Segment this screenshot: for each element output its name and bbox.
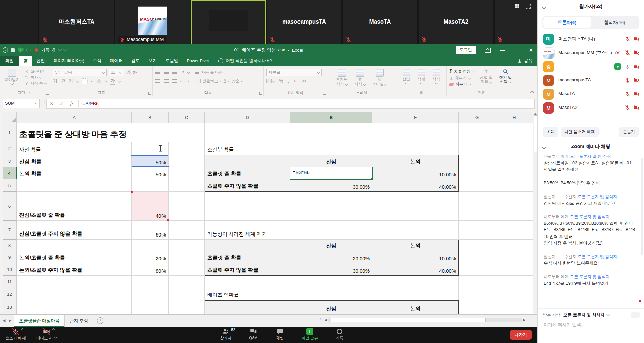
- cell-H6[interactable]: [496, 192, 533, 221]
- add-sheet-button[interactable]: +: [93, 315, 107, 327]
- video-off-icon[interactable]: [634, 50, 639, 55]
- cell-B12[interactable]: [132, 288, 169, 300]
- align-center-icon[interactable]: [164, 79, 169, 83]
- row-header-13[interactable]: 13: [3, 300, 17, 314]
- chat-scrollbar[interactable]: [641, 158, 643, 255]
- row-header-7[interactable]: 7: [3, 221, 17, 240]
- save-icon[interactable]: [11, 48, 15, 52]
- cell-B13[interactable]: [132, 300, 169, 314]
- cell-A10[interactable]: 논외/초콜릿 주지 않을 확률: [17, 263, 132, 276]
- column-header-A[interactable]: A: [17, 112, 132, 123]
- dialog-launcher-icon[interactable]: [323, 92, 326, 95]
- font-color-dropdown-icon[interactable]: [118, 79, 121, 82]
- cell-D6[interactable]: [205, 192, 290, 221]
- cut-button[interactable]: 잘라내기: [24, 69, 47, 74]
- tellme-box[interactable]: 어떤 작업을 원하시나요?: [218, 56, 272, 66]
- row-header-9[interactable]: 9: [3, 251, 17, 263]
- row-header-4[interactable]: 4: [3, 167, 17, 179]
- fill-dropdown-icon[interactable]: [104, 79, 108, 82]
- sheet-nav-arrows[interactable]: ◀▶: [0, 315, 14, 327]
- tab-page-layout[interactable]: 페이지 레이아웃: [49, 56, 89, 66]
- row-header-1[interactable]: 1: [3, 123, 17, 142]
- cell-B3[interactable]: 50%: [132, 155, 169, 167]
- video-tile-4[interactable]: masocampusTA: [267, 0, 341, 44]
- tab-formulas[interactable]: 수식: [88, 56, 105, 66]
- minimize-button[interactable]: —: [499, 47, 505, 53]
- sheet-tab-active[interactable]: 초콜릿을준 대상마음: [14, 315, 65, 327]
- sheet-tab-2[interactable]: 단지 추정: [65, 315, 93, 327]
- insert-cells-button[interactable]: 삽입: [401, 68, 412, 85]
- decrease-indent-icon[interactable]: ⇤: [180, 79, 183, 83]
- cell-G7[interactable]: [459, 221, 496, 240]
- scroll-up-icon[interactable]: [534, 113, 537, 115]
- participant-row[interactable]: 마 마소캠퍼스TA (나): [538, 32, 644, 46]
- percent-style-button[interactable]: %: [279, 78, 283, 84]
- cell-B8[interactable]: [132, 240, 169, 251]
- align-top-icon[interactable]: [155, 71, 160, 74]
- cell-H8[interactable]: [496, 240, 533, 251]
- video-off-icon[interactable]: [634, 36, 639, 42]
- cell-A2[interactable]: 사전 확률: [17, 142, 132, 155]
- cell-F1[interactable]: [372, 123, 459, 142]
- mic-options-chevron-icon[interactable]: [21, 328, 24, 332]
- vertical-scrollbar[interactable]: [533, 112, 537, 314]
- cell-C6[interactable]: [169, 192, 205, 221]
- borders-dropdown-icon[interactable]: [91, 79, 94, 82]
- borders-icon[interactable]: [82, 78, 88, 84]
- cell-D5[interactable]: 초콜릿 주지 않을 확률: [205, 179, 290, 192]
- dialog-launcher-icon[interactable]: [46, 92, 49, 95]
- chat-button[interactable]: 채팅: [276, 328, 284, 341]
- tab-power-pivot[interactable]: Power Pivot: [182, 56, 214, 66]
- tab-scroll-split-handle[interactable]: ⋮: [318, 317, 322, 322]
- cell-B4[interactable]: 50%: [132, 167, 169, 179]
- quick-access-chevron-icon[interactable]: [63, 48, 67, 51]
- cell-C5[interactable]: [169, 179, 205, 192]
- cell-F6[interactable]: [372, 192, 459, 221]
- cell-A1[interactable]: 초콜릿을 준 상대방 마음 추정: [17, 123, 205, 142]
- participants-button[interactable]: 52 참가자: [220, 328, 232, 341]
- tab-home[interactable]: 홈: [19, 56, 32, 66]
- underline-button[interactable]: 가: [68, 78, 73, 84]
- format-cells-button[interactable]: 서식: [431, 68, 442, 85]
- fill-color-icon[interactable]: [97, 79, 101, 83]
- cell-E10[interactable]: 30.00%: [290, 263, 372, 276]
- row-header-6[interactable]: 6: [3, 192, 17, 221]
- cell-G5[interactable]: [459, 179, 496, 192]
- cell-G11[interactable]: [459, 276, 496, 288]
- muted-mic-icon[interactable]: [625, 77, 630, 83]
- cell-E11[interactable]: [290, 276, 372, 288]
- video-off-icon[interactable]: [634, 77, 639, 83]
- italic-button[interactable]: 가: [61, 78, 65, 84]
- column-header-C[interactable]: C: [169, 112, 205, 123]
- collapse-ribbon-icon[interactable]: [530, 91, 534, 95]
- cell-styles-button[interactable]: 셀스타일: [371, 68, 389, 87]
- qa-button[interactable]: Q&A: [249, 328, 257, 340]
- cell-A12[interactable]: [17, 288, 132, 300]
- tab-help[interactable]: 도움말: [161, 56, 183, 66]
- wrap-text-button[interactable]: 자동 줄 바꿈: [195, 70, 223, 75]
- cell-F3[interactable]: 논외: [372, 155, 459, 167]
- cell-E2[interactable]: [290, 142, 372, 155]
- video-tile-2[interactable]: MASO CAMPUS Masocampus MM: [115, 0, 190, 44]
- cell-B7[interactable]: 60%: [132, 221, 169, 240]
- muted-mic-icon[interactable]: [625, 105, 630, 111]
- cell-G9[interactable]: [459, 251, 496, 263]
- comma-style-button[interactable]: ,: [287, 78, 289, 84]
- share-button[interactable]: 공유: [517, 56, 533, 66]
- row-header-11[interactable]: 11: [3, 276, 17, 288]
- cell-C7[interactable]: [169, 221, 205, 240]
- column-header-G[interactable]: G: [459, 112, 496, 123]
- orientation-icon[interactable]: ⇗: [181, 70, 184, 75]
- font-color-button[interactable]: 가: [110, 78, 115, 85]
- muted-mic-icon[interactable]: [625, 50, 630, 55]
- cell-C10[interactable]: [169, 263, 205, 276]
- cell-B5[interactable]: [132, 179, 169, 192]
- enter-icon[interactable]: ✓: [57, 101, 67, 106]
- insert-function-icon[interactable]: fx: [67, 101, 77, 106]
- cell-D1[interactable]: [205, 123, 290, 142]
- delete-cells-button[interactable]: 삭제: [416, 68, 427, 85]
- unmute-button[interactable]: 음소거 해제: [5, 328, 26, 341]
- cell-G2[interactable]: [459, 142, 496, 155]
- fullscreen-icon[interactable]: [525, 3, 531, 9]
- cell-C2[interactable]: [169, 142, 205, 155]
